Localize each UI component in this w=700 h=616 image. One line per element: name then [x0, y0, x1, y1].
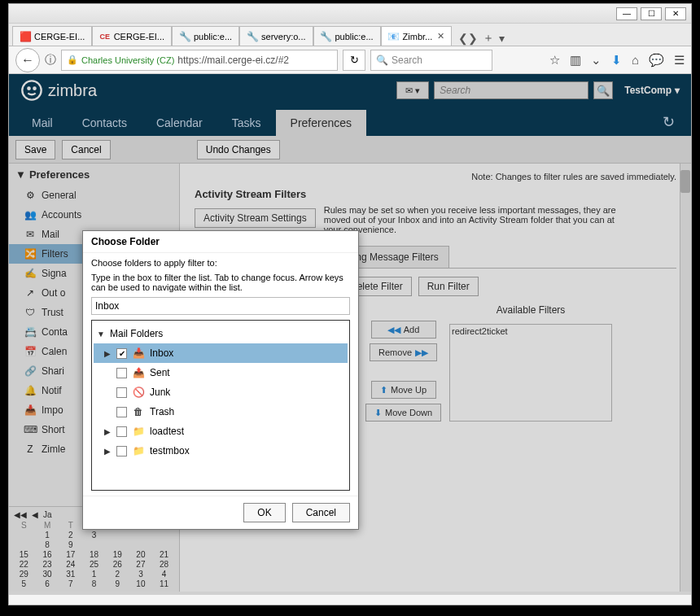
favicon: 🔧 [247, 31, 258, 42]
reload-button[interactable]: ↻ [343, 50, 365, 71]
minimize-button[interactable]: ― [616, 7, 637, 20]
favicon: 🔧 [321, 31, 332, 42]
dialog-cancel-button[interactable]: Cancel [292, 503, 350, 522]
folder-icon: 📁 [132, 444, 145, 457]
maximize-button[interactable]: ☐ [641, 7, 662, 20]
tree-row[interactable]: 🚫Junk [94, 382, 348, 402]
tab-strip-end: ❮❯ ＋ ▾ [452, 31, 511, 46]
expand-icon[interactable]: ▶ [103, 349, 112, 358]
favicon: 📧 [388, 31, 400, 42]
folder-label: Trash [150, 406, 174, 417]
tab-label: Zimbr... [403, 32, 433, 42]
tab-label: public:e... [194, 32, 232, 42]
tree-row[interactable]: 🗑Trash [94, 402, 348, 422]
browser-tab-active[interactable]: 📧Zimbr...✕ [381, 26, 453, 46]
tab-label: CERGE-EI... [34, 32, 85, 42]
download-icon[interactable]: ⬇ [611, 53, 622, 68]
folder-label: Junk [150, 387, 170, 398]
folder-label: testmbox [150, 445, 190, 457]
folder-icon: 📁 [132, 425, 145, 438]
folder-filter-input[interactable] [91, 297, 350, 315]
tab-label: servery:o... [261, 32, 305, 42]
toolbar-icons: ☆ ▥ ⌄ ⬇ ⌂ 💬 ☰ [549, 53, 685, 68]
url-rest: https://mail.cerge-ei.cz/#2 [177, 55, 289, 66]
info-icon[interactable]: ⓘ [45, 53, 56, 68]
expand-icon[interactable]: ▶ [103, 427, 112, 436]
folder-label: Sent [150, 367, 170, 378]
tab-label: CERGE-EI... [114, 32, 164, 42]
browser-tab[interactable]: CECERGE-EI... [92, 26, 172, 46]
nav-caret-icon[interactable]: ❮❯ [458, 32, 478, 45]
lock-icon: 🔒 [67, 55, 78, 65]
library-icon[interactable]: ▥ [570, 53, 581, 68]
dialog-footer: OK Cancel [83, 496, 358, 529]
close-window-button[interactable]: ✕ [665, 7, 686, 20]
dialog-instruction-2: Type in the box to filter the list. Tab … [91, 273, 350, 292]
checkbox[interactable]: ✔ [116, 348, 127, 359]
favicon: 🟥 [20, 31, 31, 42]
search-icon: 🔍 [376, 55, 388, 66]
expand-icon[interactable]: ▶ [103, 447, 112, 456]
dialog-instruction-1: Choose folders to apply filter to: [91, 258, 350, 268]
ok-button[interactable]: OK [243, 503, 285, 522]
browser-window: ― ☐ ✕ 🟥CERGE-EI... CECERGE-EI... 🔧public… [8, 3, 692, 605]
browser-tab[interactable]: 🔧servery:o... [239, 26, 313, 46]
browser-tab-strip: 🟥CERGE-EI... CECERGE-EI... 🔧public:e... … [9, 24, 691, 46]
checkbox[interactable] [116, 446, 127, 457]
bookmark-star-icon[interactable]: ☆ [549, 53, 560, 68]
tree-row[interactable]: ▶✔📥Inbox [94, 343, 348, 363]
checkbox[interactable] [116, 387, 127, 398]
folder-tree[interactable]: ▼ Mail Folders ▶✔📥Inbox📤Sent🚫Junk🗑Trash▶… [91, 320, 350, 491]
folder-icon: 📥 [132, 347, 145, 360]
tree-root[interactable]: ▼ Mail Folders [94, 324, 348, 343]
choose-folder-dialog: Choose Folder Choose folders to apply fi… [82, 230, 359, 530]
back-button[interactable]: ← [15, 48, 40, 72]
tree-row[interactable]: ▶📁testmbox [94, 441, 348, 461]
collapse-icon[interactable]: ▼ [97, 330, 105, 339]
root-label: Mail Folders [110, 328, 163, 339]
folder-icon: 🗑 [132, 405, 145, 418]
chat-icon[interactable]: 💬 [649, 53, 664, 68]
tab-label: public:e... [335, 32, 374, 42]
browser-tab[interactable]: 🔧public:e... [313, 26, 381, 46]
url-field[interactable]: 🔒 Charles University (CZ) https://mail.c… [61, 50, 338, 71]
browser-tab[interactable]: 🔧public:e... [172, 26, 239, 46]
favicon: CE [99, 31, 111, 42]
search-placeholder: Search [392, 55, 422, 66]
dialog-body: Choose folders to apply filter to: Type … [83, 253, 358, 496]
checkbox[interactable] [116, 407, 127, 417]
tab-close-icon[interactable]: ✕ [437, 31, 444, 42]
dialog-title: Choose Folder [83, 231, 358, 253]
certificate-name: Charles University (CZ) [81, 55, 174, 65]
favicon: 🔧 [179, 31, 190, 42]
browser-tab[interactable]: 🟥CERGE-EI... [12, 26, 92, 46]
tree-row[interactable]: ▶📁loadtest [94, 422, 348, 441]
folder-label: Inbox [150, 347, 173, 359]
os-titlebar: ― ☐ ✕ [9, 4, 691, 24]
folder-icon: 🚫 [132, 386, 145, 399]
menu-icon[interactable]: ☰ [674, 53, 685, 68]
address-bar: ← ⓘ 🔒 Charles University (CZ) https://ma… [9, 46, 691, 74]
checkbox[interactable] [116, 426, 127, 437]
pocket-icon[interactable]: ⌄ [591, 53, 602, 68]
browser-search-field[interactable]: 🔍 Search [370, 50, 492, 71]
folder-label: loadtest [150, 426, 184, 437]
new-tab-button[interactable]: ＋ [483, 31, 494, 46]
home-icon[interactable]: ⌂ [632, 53, 639, 67]
folder-icon: 📤 [132, 366, 145, 379]
tree-row[interactable]: 📤Sent [94, 363, 348, 382]
tab-overflow-button[interactable]: ▾ [499, 32, 505, 45]
checkbox[interactable] [116, 368, 127, 378]
